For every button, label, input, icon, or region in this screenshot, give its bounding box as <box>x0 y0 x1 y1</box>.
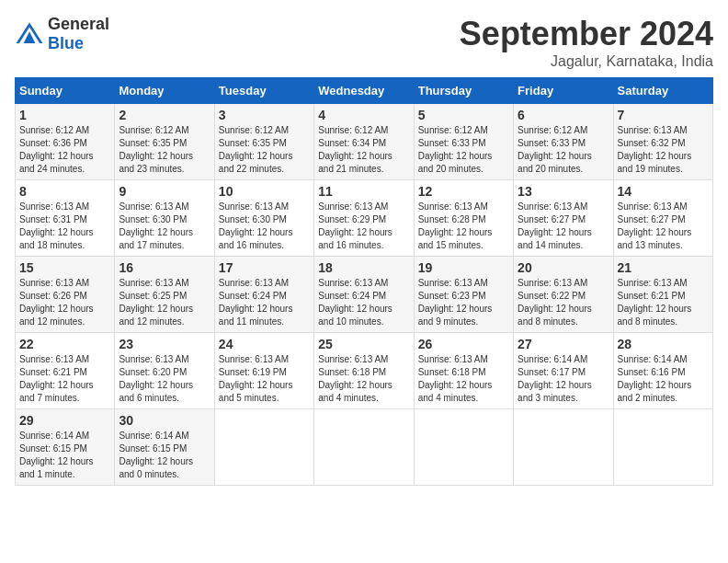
day-number: 1 <box>19 108 110 122</box>
weekday-header-monday: Monday <box>115 78 214 104</box>
month-title: September 2024 <box>460 15 713 53</box>
day-cell-21: 21Sunrise: 6:13 AMSunset: 6:21 PMDayligh… <box>613 257 712 333</box>
day-number: 15 <box>19 260 110 275</box>
day-number: 16 <box>119 260 210 275</box>
day-number: 12 <box>418 184 509 199</box>
day-cell-30: 30Sunrise: 6:14 AMSunset: 6:15 PMDayligh… <box>115 409 214 486</box>
day-number: 29 <box>19 413 110 428</box>
day-info: Sunrise: 6:13 AMSunset: 6:25 PMDaylight:… <box>119 277 210 328</box>
week-row-4: 22Sunrise: 6:13 AMSunset: 6:21 PMDayligh… <box>16 333 713 409</box>
day-number: 22 <box>19 337 110 351</box>
day-info: Sunrise: 6:13 AMSunset: 6:21 PMDaylight:… <box>618 277 709 328</box>
empty-cell <box>613 409 712 486</box>
day-number: 21 <box>618 260 709 275</box>
day-number: 24 <box>219 337 310 351</box>
day-cell-14: 14Sunrise: 6:13 AMSunset: 6:27 PMDayligh… <box>613 180 712 257</box>
day-number: 17 <box>219 260 310 275</box>
day-info: Sunrise: 6:13 AMSunset: 6:28 PMDaylight:… <box>418 201 509 252</box>
day-number: 20 <box>518 260 609 275</box>
day-cell-24: 24Sunrise: 6:13 AMSunset: 6:19 PMDayligh… <box>214 333 313 409</box>
day-info: Sunrise: 6:12 AMSunset: 6:34 PMDaylight:… <box>318 124 409 176</box>
week-row-3: 15Sunrise: 6:13 AMSunset: 6:26 PMDayligh… <box>16 257 713 333</box>
day-cell-11: 11Sunrise: 6:13 AMSunset: 6:29 PMDayligh… <box>314 180 414 257</box>
day-cell-28: 28Sunrise: 6:14 AMSunset: 6:16 PMDayligh… <box>613 333 712 409</box>
day-info: Sunrise: 6:14 AMSunset: 6:15 PMDaylight:… <box>119 430 210 481</box>
title-block: September 2024 Jagalur, Karnataka, India <box>460 15 713 70</box>
day-cell-27: 27Sunrise: 6:14 AMSunset: 6:17 PMDayligh… <box>514 333 613 409</box>
day-cell-2: 2Sunrise: 6:12 AMSunset: 6:35 PMDaylight… <box>115 104 214 180</box>
day-info: Sunrise: 6:13 AMSunset: 6:22 PMDaylight:… <box>518 277 609 328</box>
day-number: 5 <box>418 108 509 122</box>
day-number: 7 <box>618 108 709 122</box>
day-info: Sunrise: 6:13 AMSunset: 6:24 PMDaylight:… <box>318 277 409 328</box>
day-info: Sunrise: 6:12 AMSunset: 6:33 PMDaylight:… <box>418 124 509 176</box>
day-cell-3: 3Sunrise: 6:12 AMSunset: 6:35 PMDaylight… <box>214 104 313 180</box>
day-info: Sunrise: 6:13 AMSunset: 6:23 PMDaylight:… <box>418 277 509 328</box>
day-cell-7: 7Sunrise: 6:13 AMSunset: 6:32 PMDaylight… <box>613 104 712 180</box>
day-number: 27 <box>518 337 609 351</box>
day-info: Sunrise: 6:13 AMSunset: 6:19 PMDaylight:… <box>219 353 310 405</box>
day-info: Sunrise: 6:14 AMSunset: 6:16 PMDaylight:… <box>618 353 709 405</box>
calendar-table: SundayMondayTuesdayWednesdayThursdayFrid… <box>15 77 713 486</box>
week-row-5: 29Sunrise: 6:14 AMSunset: 6:15 PMDayligh… <box>16 409 713 486</box>
day-info: Sunrise: 6:14 AMSunset: 6:15 PMDaylight:… <box>19 430 110 481</box>
day-cell-26: 26Sunrise: 6:13 AMSunset: 6:18 PMDayligh… <box>414 333 513 409</box>
page-header: General Blue September 2024 Jagalur, Kar… <box>15 15 713 70</box>
weekday-header-thursday: Thursday <box>414 78 513 104</box>
day-cell-1: 1Sunrise: 6:12 AMSunset: 6:36 PMDaylight… <box>16 104 115 180</box>
day-number: 23 <box>119 337 210 351</box>
day-cell-5: 5Sunrise: 6:12 AMSunset: 6:33 PMDaylight… <box>414 104 513 180</box>
weekday-header-saturday: Saturday <box>613 78 712 104</box>
day-number: 26 <box>418 337 509 351</box>
day-cell-4: 4Sunrise: 6:12 AMSunset: 6:34 PMDaylight… <box>314 104 414 180</box>
day-cell-8: 8Sunrise: 6:13 AMSunset: 6:31 PMDaylight… <box>16 180 115 257</box>
location: Jagalur, Karnataka, India <box>460 53 713 70</box>
day-number: 9 <box>119 184 210 199</box>
day-info: Sunrise: 6:13 AMSunset: 6:30 PMDaylight:… <box>219 201 310 252</box>
day-info: Sunrise: 6:13 AMSunset: 6:27 PMDaylight:… <box>518 201 609 252</box>
day-info: Sunrise: 6:12 AMSunset: 6:36 PMDaylight:… <box>19 124 110 176</box>
empty-cell <box>214 409 313 486</box>
logo: General Blue <box>15 15 109 53</box>
week-row-2: 8Sunrise: 6:13 AMSunset: 6:31 PMDaylight… <box>16 180 713 257</box>
day-cell-12: 12Sunrise: 6:13 AMSunset: 6:28 PMDayligh… <box>414 180 513 257</box>
day-number: 6 <box>518 108 609 122</box>
day-info: Sunrise: 6:13 AMSunset: 6:27 PMDaylight:… <box>618 201 709 252</box>
day-info: Sunrise: 6:13 AMSunset: 6:26 PMDaylight:… <box>19 277 110 328</box>
weekday-header-friday: Friday <box>514 78 613 104</box>
weekday-header-sunday: Sunday <box>16 78 115 104</box>
day-cell-13: 13Sunrise: 6:13 AMSunset: 6:27 PMDayligh… <box>514 180 613 257</box>
day-number: 19 <box>418 260 509 275</box>
weekday-header-tuesday: Tuesday <box>214 78 313 104</box>
day-info: Sunrise: 6:13 AMSunset: 6:21 PMDaylight:… <box>19 353 110 405</box>
day-number: 3 <box>219 108 310 122</box>
empty-cell <box>414 409 513 486</box>
day-info: Sunrise: 6:12 AMSunset: 6:35 PMDaylight:… <box>219 124 310 176</box>
day-cell-17: 17Sunrise: 6:13 AMSunset: 6:24 PMDayligh… <box>214 257 313 333</box>
day-info: Sunrise: 6:13 AMSunset: 6:18 PMDaylight:… <box>418 353 509 405</box>
day-number: 4 <box>318 108 409 122</box>
day-info: Sunrise: 6:13 AMSunset: 6:30 PMDaylight:… <box>119 201 210 252</box>
day-info: Sunrise: 6:13 AMSunset: 6:32 PMDaylight:… <box>618 124 709 176</box>
day-info: Sunrise: 6:12 AMSunset: 6:33 PMDaylight:… <box>518 124 609 176</box>
day-number: 10 <box>219 184 310 199</box>
day-number: 14 <box>618 184 709 199</box>
day-number: 11 <box>318 184 409 199</box>
day-cell-20: 20Sunrise: 6:13 AMSunset: 6:22 PMDayligh… <box>514 257 613 333</box>
day-cell-6: 6Sunrise: 6:12 AMSunset: 6:33 PMDaylight… <box>514 104 613 180</box>
day-number: 8 <box>19 184 110 199</box>
day-cell-18: 18Sunrise: 6:13 AMSunset: 6:24 PMDayligh… <box>314 257 414 333</box>
day-info: Sunrise: 6:13 AMSunset: 6:29 PMDaylight:… <box>318 201 409 252</box>
logo-icon <box>15 21 44 47</box>
day-cell-16: 16Sunrise: 6:13 AMSunset: 6:25 PMDayligh… <box>115 257 214 333</box>
day-cell-19: 19Sunrise: 6:13 AMSunset: 6:23 PMDayligh… <box>414 257 513 333</box>
day-cell-22: 22Sunrise: 6:13 AMSunset: 6:21 PMDayligh… <box>16 333 115 409</box>
day-number: 18 <box>318 260 409 275</box>
day-cell-10: 10Sunrise: 6:13 AMSunset: 6:30 PMDayligh… <box>214 180 313 257</box>
day-number: 25 <box>318 337 409 351</box>
day-info: Sunrise: 6:13 AMSunset: 6:18 PMDaylight:… <box>318 353 409 405</box>
day-number: 13 <box>518 184 609 199</box>
logo-blue: Blue <box>48 34 84 52</box>
day-cell-25: 25Sunrise: 6:13 AMSunset: 6:18 PMDayligh… <box>314 333 414 409</box>
weekday-header-row: SundayMondayTuesdayWednesdayThursdayFrid… <box>16 78 713 104</box>
